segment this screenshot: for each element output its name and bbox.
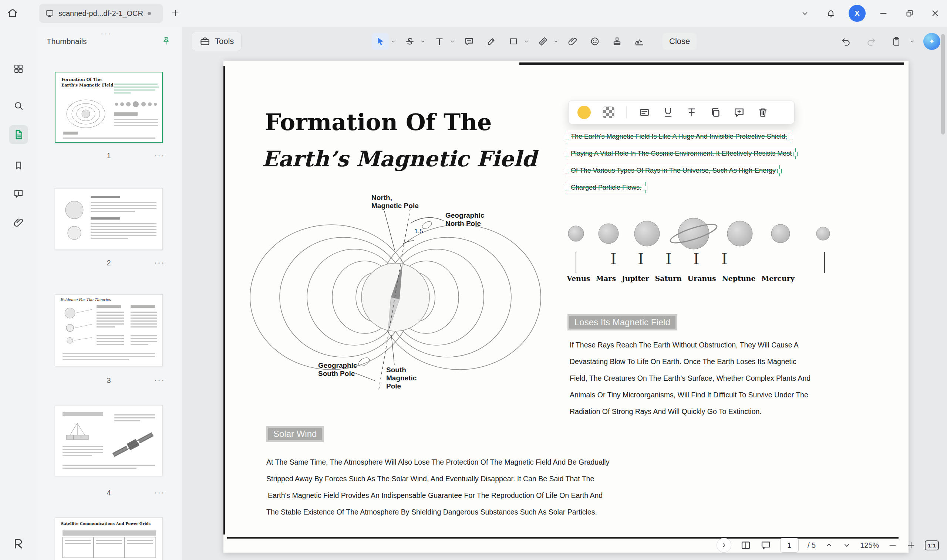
ruler-icon xyxy=(538,36,548,46)
redo-icon xyxy=(866,36,876,46)
reading-mode-icon[interactable] xyxy=(740,540,751,551)
measure-tool-button[interactable] xyxy=(535,33,552,50)
apps-button[interactable] xyxy=(9,59,28,78)
strike-annotation-line-4[interactable]: Charged Particle Flows. xyxy=(567,182,646,193)
shape-tool-chevron-icon[interactable] xyxy=(523,38,529,45)
document-tab[interactable]: scanned-pd...df-2-1_OCR xyxy=(39,4,163,23)
new-tab-button[interactable] xyxy=(167,5,184,21)
text-tool-button[interactable] xyxy=(431,33,448,50)
strike-text-3: Of The Various Types Of Rays in The Univ… xyxy=(571,167,776,174)
close-window-button[interactable] xyxy=(927,5,943,22)
label-geographic-south-pole: Geographic South Pole xyxy=(318,362,357,378)
underline-icon[interactable] xyxy=(662,106,674,118)
vertical-scrollbar[interactable] xyxy=(941,34,945,135)
zoom-level-label[interactable]: 125% xyxy=(860,541,879,550)
strikethrough-tool-chevron-icon[interactable] xyxy=(420,38,426,45)
attach-tool-button[interactable] xyxy=(564,33,581,50)
thumbnail-1-row: 1 ··· xyxy=(55,152,163,163)
next-page-icon[interactable] xyxy=(842,541,851,550)
text-t-icon xyxy=(434,36,445,46)
label-geographic-north-pole: Geographic North Pole xyxy=(446,211,484,228)
thumbnail-3-menu-button[interactable]: ··· xyxy=(154,375,165,385)
ai-assistant-button[interactable]: ✦ xyxy=(923,33,940,50)
clipboard-button[interactable] xyxy=(888,33,905,50)
thumbnail-page-5[interactable]: Satellite Communications And Power Grids xyxy=(55,517,163,560)
toolbox-icon xyxy=(199,36,210,47)
zoom-out-icon[interactable] xyxy=(888,540,898,550)
restore-button[interactable] xyxy=(901,5,918,22)
thumbnail-page-2[interactable] xyxy=(55,188,163,250)
para2-line4: The Stable Existence Of The Atmosphere B… xyxy=(266,508,597,516)
add-comment-icon[interactable] xyxy=(733,106,745,118)
avatar[interactable]: X xyxy=(848,5,865,22)
tools-button[interactable]: Tools xyxy=(191,32,242,51)
scale-mark-3: I xyxy=(665,250,672,268)
pin-icon[interactable] xyxy=(161,36,171,46)
text-tool-chevron-icon[interactable] xyxy=(449,38,455,45)
para2-line2: Stripped Away By Forces Such As The Sola… xyxy=(266,475,594,483)
notifications-button[interactable] xyxy=(823,5,839,22)
thumbnail-page-1[interactable]: Formation Of The Earth's Magnetic Field xyxy=(55,72,163,143)
measure-tool-chevron-icon[interactable] xyxy=(553,38,559,45)
thumbnail-page-3[interactable]: Evidence For The Theories xyxy=(55,294,163,366)
search-button[interactable] xyxy=(9,96,28,115)
thumbnail-page-4[interactable] xyxy=(55,405,163,476)
pen-tool-button[interactable] xyxy=(483,33,500,50)
clipboard-chevron-icon[interactable] xyxy=(909,38,915,45)
expand-statusbar-button[interactable] xyxy=(717,538,731,552)
sticker-tool-button[interactable] xyxy=(586,33,603,50)
bookmarks-button[interactable] xyxy=(9,156,28,175)
stamp-tool-button[interactable] xyxy=(609,33,626,50)
thumbnail-1-menu-button[interactable]: ··· xyxy=(154,150,165,160)
planets-caption: Venus Mars Jupiter Saturn Uranus Neptune… xyxy=(567,274,794,282)
trash-icon[interactable] xyxy=(757,106,769,118)
section-heading-loses-field: Loses Its Magnetic Field xyxy=(568,314,677,331)
thumbnail-4-menu-button[interactable]: ··· xyxy=(154,487,165,497)
thumbnail-2-row: 2 ··· xyxy=(55,259,163,271)
select-tool-chevron-icon[interactable] xyxy=(390,38,396,45)
undo-button[interactable] xyxy=(837,33,854,50)
strikethrough-text-icon[interactable] xyxy=(686,106,698,118)
comment-bubble-icon xyxy=(13,188,24,199)
highlight-color-swatch[interactable] xyxy=(577,106,591,119)
section-heading-solar-wind: Solar Wind xyxy=(266,426,324,442)
tab-title: scanned-pd...df-2-1_OCR xyxy=(59,9,143,18)
thumbnails-panel-button[interactable] xyxy=(9,125,28,144)
home-button[interactable] xyxy=(5,5,21,21)
brand-logo-icon xyxy=(12,537,25,550)
panel-drag-handle[interactable]: ··· xyxy=(100,29,112,38)
thumbnail-2-menu-button[interactable]: ··· xyxy=(154,257,165,268)
strikethrough-tool-button[interactable] xyxy=(401,33,418,50)
comments-button[interactable] xyxy=(9,184,28,203)
area-highlight-icon[interactable] xyxy=(639,106,650,118)
stamp-icon xyxy=(612,36,622,46)
strike-annotation-line-3[interactable]: Of The Various Types Of Rays in The Univ… xyxy=(567,165,780,176)
scan-edge-left xyxy=(224,66,225,534)
app-logo-button[interactable] xyxy=(9,534,28,553)
thumbnail-2-number: 2 xyxy=(55,259,163,267)
para1-line2: Devastating Blow To Life On Earth. Once … xyxy=(570,357,796,366)
label-south-magnetic-pole: South Magnetic Pole xyxy=(386,366,416,390)
comment-panel-icon[interactable] xyxy=(760,540,771,551)
page-number-input[interactable] xyxy=(780,538,799,552)
zoom-in-icon[interactable] xyxy=(906,540,916,550)
shape-tool-button[interactable] xyxy=(505,33,522,50)
minimize-button[interactable] xyxy=(875,5,891,22)
copy-icon[interactable] xyxy=(709,106,721,118)
comment-tool-button[interactable] xyxy=(461,33,478,50)
select-tool-button[interactable] xyxy=(372,33,389,50)
redo-button[interactable] xyxy=(863,33,880,50)
tab-list-button[interactable] xyxy=(797,5,813,22)
planet-uranus xyxy=(727,221,753,246)
actual-size-button[interactable]: 1:1 xyxy=(925,540,939,551)
opacity-pattern-swatch[interactable] xyxy=(603,106,614,118)
previous-page-icon[interactable] xyxy=(825,541,833,550)
para1-line1: If These Rays Reach The Earth Without Ob… xyxy=(570,341,799,349)
restore-icon xyxy=(904,9,914,18)
attachments-button[interactable] xyxy=(9,213,28,232)
square-shape-icon xyxy=(508,36,519,46)
signature-tool-button[interactable] xyxy=(631,33,648,50)
strike-annotation-line-2[interactable]: Playing A Vital Role In The Cosmic Envir… xyxy=(567,148,796,159)
strike-annotation-line-1[interactable]: The Earth's Magnetic Field Is Like A Hug… xyxy=(567,131,791,142)
close-toolbar-button[interactable]: Close xyxy=(663,33,697,50)
